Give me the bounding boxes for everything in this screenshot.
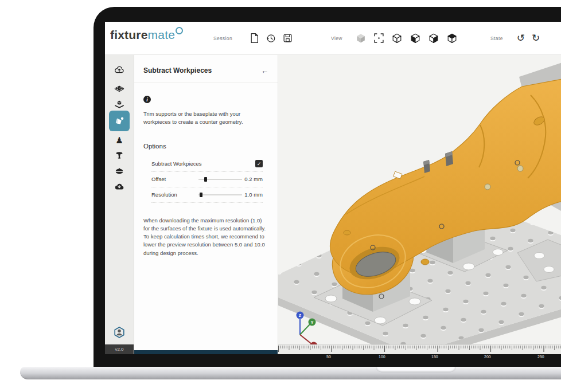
axis-y-label: Y — [311, 320, 314, 324]
history-icon — [266, 33, 276, 44]
profile-button[interactable] — [113, 326, 126, 339]
subtract-workpieces-icon — [113, 115, 126, 127]
user-profile-icon — [113, 326, 126, 339]
offset-slider[interactable] — [198, 177, 242, 182]
zoom-fit-button[interactable] — [373, 33, 384, 44]
tool-sidebar: ♟ v2.0 — [105, 55, 134, 354]
ruler-label: 250 — [537, 355, 544, 359]
view-group-label: View — [331, 36, 342, 41]
view-side-button[interactable] — [428, 32, 439, 44]
sidebar-tool-clamps[interactable] — [114, 166, 125, 177]
ruler-label: 150 — [431, 355, 438, 359]
options-heading: Options — [143, 143, 268, 150]
sidebar-tool-baseplate[interactable] — [114, 83, 125, 95]
axis-z-label: Z — [299, 313, 302, 317]
top-bar: fixturemate Session View — [105, 22, 561, 55]
new-file-icon — [250, 33, 259, 44]
shaded-cube-icon — [355, 32, 367, 44]
state-group: State ↺ ↻ — [490, 22, 543, 58]
subtract-workpieces-checkbox[interactable]: ✓ — [255, 160, 263, 167]
session-group-label: Session — [213, 36, 232, 41]
cube-wireframe-icon — [391, 32, 403, 44]
options-rows: Subtract Workpieces ✓ Offset 0.2 mm Reso… — [151, 156, 263, 203]
back-arrow-button[interactable]: ← — [261, 67, 268, 75]
view-front-button[interactable] — [410, 32, 421, 44]
view-isometric-button[interactable] — [391, 32, 403, 44]
laptop-base-notch — [376, 367, 456, 373]
sidebar-tool-workpiece[interactable] — [114, 99, 125, 110]
save-button[interactable] — [283, 33, 293, 43]
panel-note: When downloading the maximum resolution … — [143, 217, 268, 257]
ruler-strip — [278, 344, 561, 354]
version-badge: v2.0 — [105, 344, 134, 354]
slider-track — [198, 194, 242, 195]
resolution-slider[interactable] — [198, 192, 242, 198]
cube-top-face-icon — [446, 32, 458, 44]
panel-header: Subtract Workpieces ← — [134, 55, 278, 83]
baseplate-icon — [114, 83, 125, 95]
option-row-resolution: Resolution 1.0 mm — [151, 187, 263, 203]
slider-thumb[interactable] — [200, 193, 202, 197]
pin-icon — [114, 150, 125, 161]
slider-thumb[interactable] — [204, 177, 207, 182]
cloud-download-icon — [114, 181, 125, 193]
scene-3d: Z Y X — [278, 55, 561, 354]
view-top-button[interactable] — [446, 32, 458, 44]
state-group-label: State — [490, 36, 503, 41]
shaded-view-button[interactable] — [355, 32, 367, 44]
session-group: Session — [213, 22, 296, 58]
new-file-button[interactable] — [250, 33, 259, 44]
sidebar-tool-download[interactable] — [114, 181, 125, 193]
main-row: ♟ v2.0 Subtract Workpieces ← i — [105, 55, 561, 354]
option-row-subtract: Subtract Workpieces ✓ — [151, 156, 263, 172]
logo-ring-icon — [176, 27, 183, 34]
ruler-label: 50 — [326, 355, 331, 359]
sidebar-tool-subtract-workpieces[interactable] — [109, 111, 130, 131]
undo-button[interactable]: ↺ — [517, 33, 525, 43]
ruler-label: 100 — [379, 355, 385, 359]
subtract-workpieces-panel: Subtract Workpieces ← i Trim supports or… — [134, 55, 278, 354]
panel-title: Subtract Workpieces — [143, 66, 212, 75]
panel-body: i Trim supports or the baseplate with yo… — [134, 96, 278, 257]
cube-on-plate-icon — [114, 99, 125, 110]
zoom-fit-icon — [373, 33, 384, 44]
ruler-label: 200 — [484, 355, 491, 359]
panel-horizontal-scrollbar[interactable] — [134, 350, 278, 354]
redo-button[interactable]: ↻ — [532, 33, 540, 43]
save-icon — [283, 33, 293, 43]
checkmark-icon: ✓ — [257, 161, 262, 167]
offset-value: 0.2 mm — [242, 176, 263, 182]
cube-side-face-icon — [428, 32, 439, 44]
option-row-offset: Offset 0.2 mm — [151, 172, 263, 187]
option-label: Offset — [151, 176, 198, 182]
logo-text-mate: mate — [148, 28, 176, 41]
viewport-3d[interactable]: Z Y X — [278, 55, 561, 354]
option-label: Subtract Workpieces — [151, 160, 255, 167]
resolution-value: 1.0 mm — [242, 191, 263, 198]
cube-front-face-icon — [410, 32, 421, 44]
laptop-base — [20, 367, 561, 379]
app-logo: fixturemate — [110, 28, 183, 42]
info-icon: i — [143, 96, 151, 103]
option-label: Resolution — [151, 191, 198, 198]
sidebar-tool-pins[interactable] — [114, 150, 125, 161]
app-screen: fixturemate Session View — [105, 22, 561, 354]
sidebar-tool-import[interactable] — [114, 64, 125, 76]
panel-description: Trim supports or the baseplate with your… — [143, 110, 267, 127]
history-button[interactable] — [266, 33, 276, 44]
support-pawn-icon: ♟ — [114, 135, 125, 146]
logo-text-fixture: fixture — [110, 28, 148, 41]
cloud-upload-icon — [114, 64, 125, 76]
clamp-disc-icon — [114, 166, 125, 177]
sidebar-tool-supports[interactable]: ♟ — [114, 135, 125, 146]
view-group: View — [331, 22, 461, 58]
